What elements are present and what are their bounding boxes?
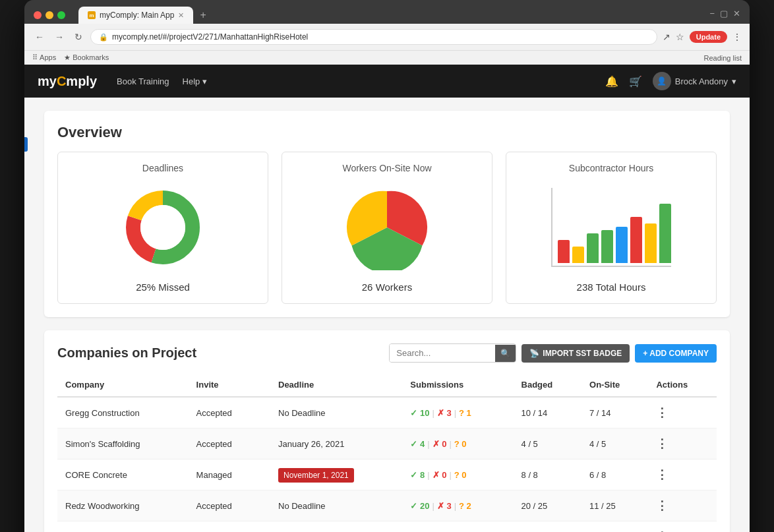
bar-6 [645,223,657,263]
table-header-row: Company Invite Deadline Submissions Badg… [57,373,717,397]
cell-deadline-4: February 15, 2022 [270,521,402,533]
companies-tbody: Gregg ConstructionAcceptedNo Deadline✓ 1… [57,397,717,532]
cell-actions-0[interactable]: ⋮ [648,397,717,429]
lock-icon: 🔒 [99,33,108,42]
search-button[interactable]: 🔍 [495,345,516,362]
tab-favicon: m [88,11,96,19]
toolbar-actions: ↗ ☆ Update ⋮ [663,31,742,43]
browser-toolbar: ← → ↻ 🔒 mycomply.net/#/projectV2/271/Man… [24,24,750,50]
subcontractor-chart-area [517,181,705,274]
notifications-icon[interactable]: 🔔 [605,75,618,88]
apps-icon[interactable]: ⠿ Apps [32,53,56,62]
table-row: Paul's PaintingNot InvitedFebruary 15, 2… [57,521,717,533]
address-bar[interactable]: 🔒 mycomply.net/#/projectV2/271/Manhattan… [90,29,657,45]
actions-menu-3[interactable]: ⋮ [656,499,669,512]
window-minimize-icon[interactable]: − [709,9,715,18]
close-light[interactable] [34,11,42,19]
cell-actions-2[interactable]: ⋮ [648,459,717,490]
back-button[interactable]: ← [32,30,47,44]
cell-invite-1: Accepted [189,429,270,459]
brand-my: my [38,74,57,89]
actions-menu-0[interactable]: ⋮ [656,406,669,419]
cell-company-2: CORE Concrete [57,459,189,490]
table-head: Company Invite Deadline Submissions Badg… [57,373,717,397]
actions-menu-1[interactable]: ⋮ [656,437,669,450]
cell-invite-0: Accepted [189,397,270,429]
col-badged: Badged [514,373,581,397]
workers-subtitle: 26 Workers [293,281,481,293]
deadlines-title: Deadlines [69,163,257,173]
cell-onsite-1: 4 / 5 [581,429,648,459]
companies-title: Companies on Project [57,345,196,361]
user-name: Brock Andony [675,76,728,86]
cell-actions-4[interactable]: ⋮ [648,521,717,533]
bookmarks-bar: ⠿ Apps ★ Bookmarks Reading list [24,50,750,65]
window-close-icon[interactable]: ✕ [733,9,740,18]
import-icon: 📡 [529,349,539,358]
bar-7 [659,204,671,263]
col-onsite: On-Site [581,373,648,397]
page-body: Overview Deadlines [24,98,750,532]
cell-deadline-1: January 26, 2021 [270,429,402,459]
active-tab[interactable]: m myComply: Main App ✕ [78,7,193,24]
search-input[interactable] [390,344,495,362]
import-sst-badge-button[interactable]: 📡 IMPORT SST BADGE [521,344,630,363]
deadlines-subtitle: 25% Missed [69,281,257,293]
actions-menu-2[interactable]: ⋮ [656,468,669,481]
minimize-light[interactable] [45,11,53,19]
companies-section: Companies on Project 🔍 📡 IMPORT SST BADG… [44,330,730,532]
bookmarks-link[interactable]: ★ Bookmarks [64,53,109,62]
forward-button[interactable]: → [52,30,67,44]
charts-row: Deadlines [57,152,717,304]
cell-onsite-3: 11 / 25 [581,490,648,521]
cell-invite-4: Not Invited [189,521,270,533]
companies-table: Company Invite Deadline Submissions Badg… [57,373,717,532]
subcontractor-title: Subcontractor Hours [517,163,705,173]
tab-close-icon[interactable]: ✕ [178,11,184,20]
share-icon[interactable]: ↗ [663,32,670,42]
maximize-light[interactable] [57,11,65,19]
cart-icon[interactable]: 🛒 [629,75,642,88]
traffic-lights [34,11,65,19]
bar-0 [558,240,570,263]
subcontractor-bar-chart [551,188,671,267]
more-options-icon[interactable]: ⋮ [732,32,742,42]
cell-actions-3[interactable]: ⋮ [648,490,717,521]
workers-chart-card: Workers On-Site Now [282,152,492,304]
cell-badged-4: 0 / 11 [514,521,581,533]
search-input-wrap: 🔍 [389,343,516,363]
profile-update-button[interactable]: Update [690,31,727,43]
app-nav: my C mply Book Training Help ▾ 🔔 🛒 👤 Bro… [24,65,750,98]
cell-deadline-0: No Deadline [270,397,402,429]
cell-company-4: Paul's Painting [57,521,189,533]
reading-list-link[interactable]: Reading list [704,54,742,62]
col-submissions: Submissions [402,373,513,397]
col-deadline: Deadline [270,373,402,397]
bar-5 [630,217,642,263]
nav-right: 🔔 🛒 👤 Brock Andony ▾ [605,72,736,90]
reload-button[interactable]: ↻ [72,30,85,44]
user-menu-button[interactable]: 👤 Brock Andony ▾ [653,72,736,90]
svg-point-3 [140,205,185,250]
bookmark-icon[interactable]: ☆ [676,32,684,42]
cell-company-3: Redz Woodworking [57,490,189,521]
browser-frame: m myComply: Main App ✕ + − ▢ ✕ ← → ↻ 🔒 m… [24,0,750,532]
cell-badged-0: 10 / 14 [514,397,581,429]
window-maximize-icon[interactable]: ▢ [720,9,728,18]
table-row: Gregg ConstructionAcceptedNo Deadline✓ 1… [57,397,717,429]
cell-submissions-3: ✓ 20 | ✗ 3 | ? 2 [402,490,513,521]
new-tab-button[interactable]: + [194,7,211,24]
page-content: Overview Deadlines [24,98,750,532]
deadlines-donut-svg [120,185,206,270]
browser-titlebar: m myComply: Main App ✕ + − ▢ ✕ [24,0,750,24]
table-row: CORE ConcreteManagedNovember 1, 2021✓ 8 … [57,459,717,490]
tab-label: myComply: Main App [100,11,174,20]
cell-actions-1[interactable]: ⋮ [648,429,717,459]
add-company-button[interactable]: + ADD COMPANY [635,344,717,363]
deadlines-chart-card: Deadlines [57,152,268,304]
nav-links: Book Training Help ▾ [117,76,207,86]
nav-book-training[interactable]: Book Training [117,76,169,86]
cell-invite-3: Accepted [189,490,270,521]
nav-help[interactable]: Help ▾ [183,76,207,86]
import-btn-label: IMPORT SST BADGE [543,349,622,358]
